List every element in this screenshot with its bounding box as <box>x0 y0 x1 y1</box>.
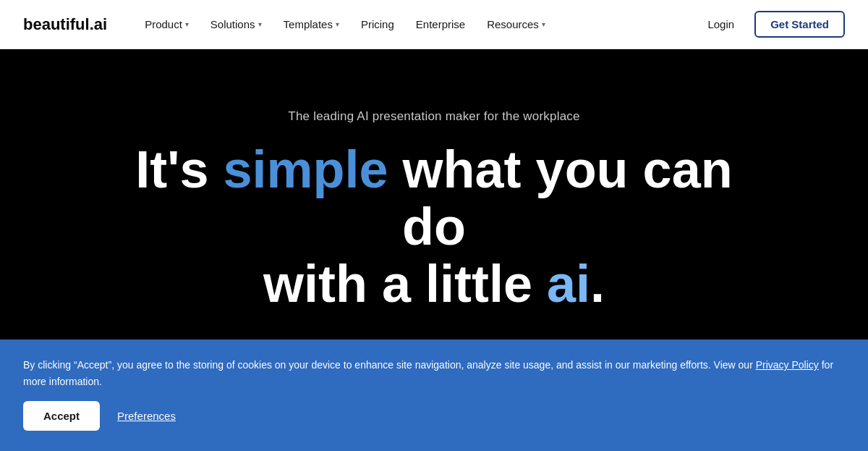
nav-label-solutions: Solutions <box>210 18 255 30</box>
hero-section: The leading AI presentation maker for th… <box>0 49 868 451</box>
chevron-down-icon: ▾ <box>185 20 189 28</box>
nav-label-enterprise: Enterprise <box>416 18 465 30</box>
hero-title-part1: It's <box>135 140 223 198</box>
hero-title-highlight-ai: ai <box>547 255 590 313</box>
cookie-text: By clicking “Accept”, you agree to the s… <box>23 357 845 389</box>
hero-title-highlight-simple: simple <box>223 140 388 198</box>
nav-label-templates: Templates <box>284 18 333 30</box>
privacy-policy-link[interactable]: Privacy Policy <box>756 359 819 371</box>
chevron-down-icon: ▾ <box>336 20 339 28</box>
logo[interactable]: beautiful.ai <box>23 15 107 34</box>
nav-item-product[interactable]: Product ▾ <box>136 12 197 36</box>
navbar: beautiful.ai Product ▾ Solutions ▾ Templ… <box>0 0 868 49</box>
accept-button[interactable]: Accept <box>23 401 100 431</box>
nav-links: Product ▾ Solutions ▾ Templates ▾ Pricin… <box>136 12 699 36</box>
cookie-actions: Accept Preferences <box>23 401 845 431</box>
hero-title-part4: . <box>590 255 605 313</box>
hero-title-part3: with a little <box>263 255 547 313</box>
login-button[interactable]: Login <box>699 12 743 36</box>
hero-title: It's simple what you can do with a littl… <box>109 141 760 313</box>
hero-subtitle: The leading AI presentation maker for th… <box>288 109 579 124</box>
chevron-down-icon: ▾ <box>542 20 545 28</box>
nav-item-pricing[interactable]: Pricing <box>352 12 403 36</box>
nav-auth: Login Get Started <box>699 11 845 38</box>
preferences-button[interactable]: Preferences <box>117 410 176 422</box>
nav-item-solutions[interactable]: Solutions ▾ <box>202 12 271 36</box>
chevron-down-icon: ▾ <box>258 20 262 28</box>
cookie-banner: By clicking “Accept”, you agree to the s… <box>0 340 868 451</box>
nav-label-product: Product <box>145 18 182 30</box>
cookie-text-before-link: By clicking “Accept”, you agree to the s… <box>23 359 756 371</box>
nav-item-templates[interactable]: Templates ▾ <box>275 12 348 36</box>
nav-label-pricing: Pricing <box>361 18 394 30</box>
hero-title-part2: what you can do <box>388 140 733 256</box>
get-started-button[interactable]: Get Started <box>754 11 845 38</box>
nav-item-resources[interactable]: Resources ▾ <box>478 12 554 36</box>
nav-item-enterprise[interactable]: Enterprise <box>407 12 474 36</box>
nav-label-resources: Resources <box>487 18 539 30</box>
